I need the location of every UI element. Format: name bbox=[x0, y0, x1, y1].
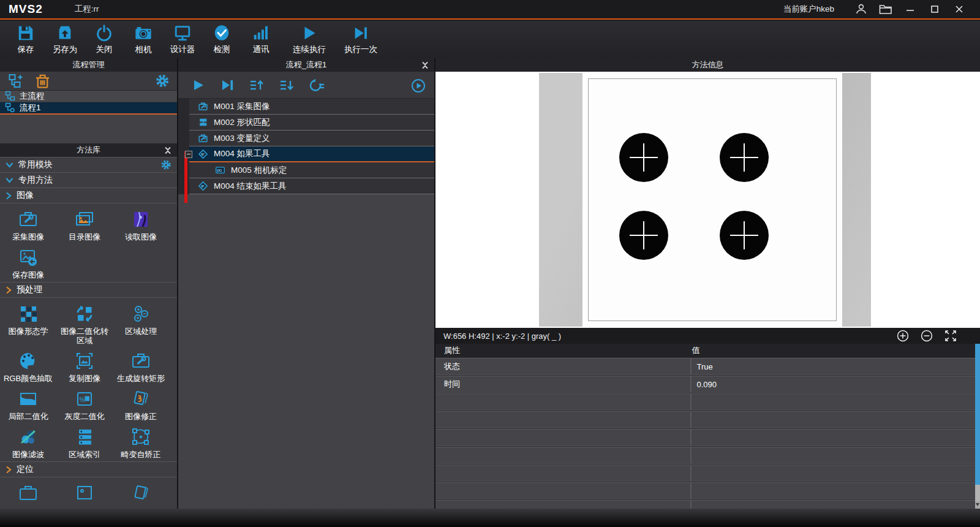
calibration-dot bbox=[619, 211, 668, 260]
collapse-panel-icon[interactable] bbox=[421, 61, 429, 69]
close-project-button[interactable]: 关闭 bbox=[85, 21, 124, 58]
library-item-label: RGB颜色抽取 bbox=[4, 374, 53, 383]
library-item[interactable]: 生成旋转矩形 bbox=[113, 347, 169, 385]
gear-icon[interactable] bbox=[155, 74, 170, 88]
table-row[interactable] bbox=[435, 447, 975, 464]
library-item[interactable]: 区域处理 bbox=[113, 300, 169, 347]
property-cell: 状态 bbox=[435, 358, 692, 374]
comm-bars-icon bbox=[251, 24, 271, 42]
image-correct-icon bbox=[130, 389, 151, 409]
move-down-icon[interactable] bbox=[279, 78, 294, 92]
calibration-plate bbox=[582, 73, 842, 327]
library-section-image[interactable]: 图像 bbox=[0, 188, 177, 203]
add-flow-icon[interactable] bbox=[7, 73, 24, 89]
library-section-locate[interactable]: 定位 bbox=[0, 461, 177, 477]
image-viewport[interactable] bbox=[435, 72, 980, 328]
library-item[interactable]: % 灰度二值化 bbox=[56, 385, 113, 423]
step-icon[interactable] bbox=[221, 78, 234, 92]
library-item[interactable]: 目录图像 bbox=[56, 206, 113, 244]
project-label: 工程:rr bbox=[75, 4, 99, 15]
run-icon[interactable] bbox=[192, 78, 205, 92]
library-item[interactable]: 局部二值化 bbox=[0, 385, 56, 423]
library-item[interactable]: 复制图像 bbox=[56, 347, 113, 385]
library-section-special[interactable]: 专用方法 bbox=[0, 172, 177, 188]
library-item[interactable]: 保存图像 bbox=[0, 244, 56, 282]
folder-icon[interactable] bbox=[873, 1, 898, 18]
table-row[interactable] bbox=[435, 482, 975, 499]
node-label: M005 相机标定 bbox=[231, 165, 287, 176]
flow-node-m004-if[interactable]: IF M004 如果工具 bbox=[189, 146, 434, 162]
table-row[interactable] bbox=[435, 464, 975, 482]
table-row[interactable]: 时间 0.090 bbox=[435, 376, 975, 393]
run-once-button[interactable]: 执行一次 bbox=[339, 21, 382, 58]
library-item-label: 局部二值化 bbox=[9, 412, 48, 421]
tool-label: 连续执行 bbox=[293, 44, 326, 55]
chevron-down-icon bbox=[6, 162, 13, 168]
library-header: 方法库 bbox=[0, 143, 177, 157]
library-item[interactable]: 图像滤波 bbox=[0, 423, 56, 461]
circled-run-icon[interactable] bbox=[411, 78, 426, 93]
flow-node-m002[interactable]: M002 形状匹配 bbox=[189, 115, 434, 131]
maximize-button[interactable] bbox=[922, 1, 947, 18]
table-scrollbar[interactable] bbox=[975, 344, 980, 509]
fit-expand-icon[interactable] bbox=[944, 330, 957, 342]
library-item[interactable]: 图像修正 bbox=[113, 385, 169, 423]
table-row[interactable]: 状态 True bbox=[435, 358, 975, 375]
collapse-panel-icon[interactable] bbox=[164, 146, 172, 154]
save-button[interactable]: 保存 bbox=[6, 21, 45, 58]
expand-collapse-box[interactable] bbox=[185, 151, 192, 158]
scrollbar-down-arrow[interactable] bbox=[975, 501, 980, 509]
tool-label: 保存 bbox=[18, 44, 34, 55]
run-continuous-button[interactable]: 连续执行 bbox=[288, 21, 331, 58]
close-button[interactable] bbox=[947, 1, 971, 18]
save-as-button[interactable]: 另存为 bbox=[45, 21, 85, 58]
library-item[interactable]: 畸变自矫正 bbox=[113, 423, 169, 461]
flow-node-m001[interactable]: M001 采集图像 bbox=[189, 99, 434, 115]
table-row[interactable] bbox=[435, 411, 975, 428]
move-up-icon[interactable] bbox=[249, 78, 264, 92]
library-item[interactable] bbox=[113, 480, 169, 509]
tool-label: 关闭 bbox=[96, 44, 113, 55]
flow-node-m005[interactable]: (X) M005 相机标定 bbox=[189, 162, 434, 178]
flow-panel-header: 流程_流程1 bbox=[178, 58, 434, 72]
image-status-text: W:656 H:492 | x:-2 y:-2 | gray( _ ) bbox=[443, 332, 561, 341]
library-item[interactable]: 区域索引 bbox=[56, 423, 113, 461]
palette-icon bbox=[18, 351, 39, 371]
library-item[interactable]: 采集图像 bbox=[0, 206, 56, 244]
camera-button[interactable]: 相机 bbox=[124, 21, 163, 58]
flow-node-m003[interactable]: M003 变量定义 bbox=[189, 131, 434, 146]
local-binarize-icon bbox=[18, 389, 39, 409]
table-row[interactable] bbox=[435, 429, 975, 446]
library-item[interactable] bbox=[56, 480, 113, 509]
library-section-common[interactable]: 常用模块 bbox=[0, 157, 177, 172]
trash-icon[interactable] bbox=[35, 73, 50, 89]
table-row[interactable] bbox=[435, 393, 975, 411]
library-item[interactable]: 读取图像 bbox=[113, 206, 169, 244]
designer-button[interactable]: 设计器 bbox=[163, 21, 202, 58]
library-item-label: 图像形态学 bbox=[9, 327, 48, 336]
flow-panel: 流程_流程1 bbox=[178, 58, 434, 509]
flow-item-flow1[interactable]: 流程1 bbox=[0, 102, 177, 115]
library-item[interactable]: 图像二值化转区域 bbox=[56, 300, 113, 347]
table-row[interactable] bbox=[435, 500, 975, 509]
flow-list-empty-area bbox=[0, 115, 177, 144]
library-item[interactable]: 图像形态学 bbox=[0, 300, 56, 347]
minimize-button[interactable] bbox=[898, 1, 922, 18]
zoom-in-icon[interactable] bbox=[897, 330, 909, 342]
toolbox-icon bbox=[18, 483, 39, 504]
zoom-out-icon[interactable] bbox=[921, 330, 933, 342]
flow-node-m004-endif[interactable]: IF M004 结束如果工具 bbox=[189, 178, 434, 194]
communication-button[interactable]: 通讯 bbox=[241, 21, 281, 58]
value-cell: True bbox=[692, 358, 975, 374]
library-item[interactable]: RGB颜色抽取 bbox=[0, 347, 56, 385]
flow-item-main[interactable]: 主流程 bbox=[0, 91, 177, 102]
scrollbar-thumb[interactable] bbox=[975, 344, 980, 485]
library-section-preprocess[interactable]: 预处理 bbox=[0, 282, 177, 297]
loop-icon[interactable] bbox=[309, 78, 325, 92]
left-panel: 流程管理 主流程 bbox=[0, 58, 177, 509]
library-item[interactable] bbox=[0, 480, 56, 509]
gear-icon[interactable] bbox=[160, 159, 172, 170]
flow-item-label: 主流程 bbox=[20, 91, 45, 102]
detect-button[interactable]: 检测 bbox=[202, 21, 241, 58]
user-icon[interactable] bbox=[849, 1, 873, 18]
